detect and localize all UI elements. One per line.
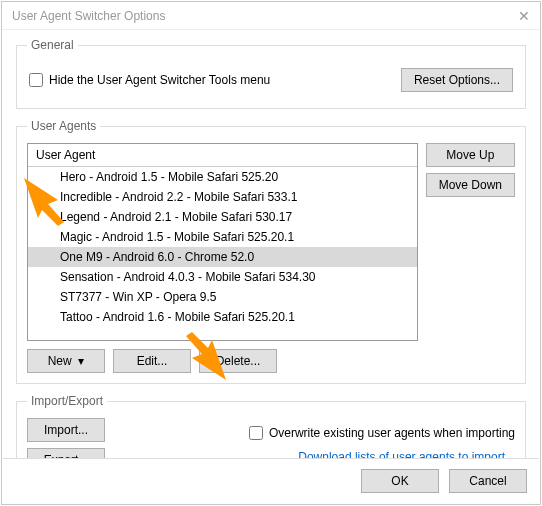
- reset-options-button[interactable]: Reset Options...: [401, 68, 513, 92]
- list-item[interactable]: Legend - Android 2.1 - Mobile Safari 530…: [28, 207, 417, 227]
- general-group: General Hide the User Agent Switcher Too…: [16, 38, 526, 109]
- user-agents-group: User Agents User Agent Hero - Android 1.…: [16, 119, 526, 384]
- general-legend: General: [27, 38, 78, 52]
- overwrite-checkbox[interactable]: [249, 426, 263, 440]
- delete-button[interactable]: Delete...: [199, 349, 277, 373]
- list-item[interactable]: Magic - Android 1.5 - Mobile Safari 525.…: [28, 227, 417, 247]
- move-up-button[interactable]: Move Up: [426, 143, 515, 167]
- import-button[interactable]: Import...: [27, 418, 105, 442]
- list-item[interactable]: Sensation - Android 4.0.3 - Mobile Safar…: [28, 267, 417, 287]
- list-item[interactable]: Incredible - Android 2.2 - Mobile Safari…: [28, 187, 417, 207]
- cancel-button[interactable]: Cancel: [449, 469, 527, 493]
- import-export-legend: Import/Export: [27, 394, 107, 408]
- overwrite-label: Overwrite existing user agents when impo…: [269, 426, 515, 440]
- list-item[interactable]: Hero - Android 1.5 - Mobile Safari 525.2…: [28, 167, 417, 187]
- list-item[interactable]: One M9 - Android 6.0 - Chrome 52.0: [28, 247, 417, 267]
- new-button[interactable]: New ▾: [27, 349, 105, 373]
- footer: OK Cancel: [3, 458, 539, 503]
- list-item[interactable]: Tattoo - Android 1.6 - Mobile Safari 525…: [28, 307, 417, 327]
- window-title: User Agent Switcher Options: [12, 9, 165, 23]
- titlebar: User Agent Switcher Options ✕: [2, 2, 540, 30]
- list-item[interactable]: ST7377 - Win XP - Opera 9.5: [28, 287, 417, 307]
- chevron-down-icon: ▾: [78, 354, 84, 368]
- move-down-button[interactable]: Move Down: [426, 173, 515, 197]
- hide-menu-checkbox-wrap[interactable]: Hide the User Agent Switcher Tools menu: [29, 73, 270, 87]
- user-agent-list[interactable]: User Agent Hero - Android 1.5 - Mobile S…: [27, 143, 418, 341]
- hide-menu-label: Hide the User Agent Switcher Tools menu: [49, 73, 270, 87]
- ok-button[interactable]: OK: [361, 469, 439, 493]
- user-agent-list-header: User Agent: [28, 144, 417, 167]
- edit-button[interactable]: Edit...: [113, 349, 191, 373]
- hide-menu-checkbox[interactable]: [29, 73, 43, 87]
- overwrite-checkbox-wrap[interactable]: Overwrite existing user agents when impo…: [249, 426, 515, 440]
- close-icon[interactable]: ✕: [500, 8, 530, 24]
- user-agents-legend: User Agents: [27, 119, 100, 133]
